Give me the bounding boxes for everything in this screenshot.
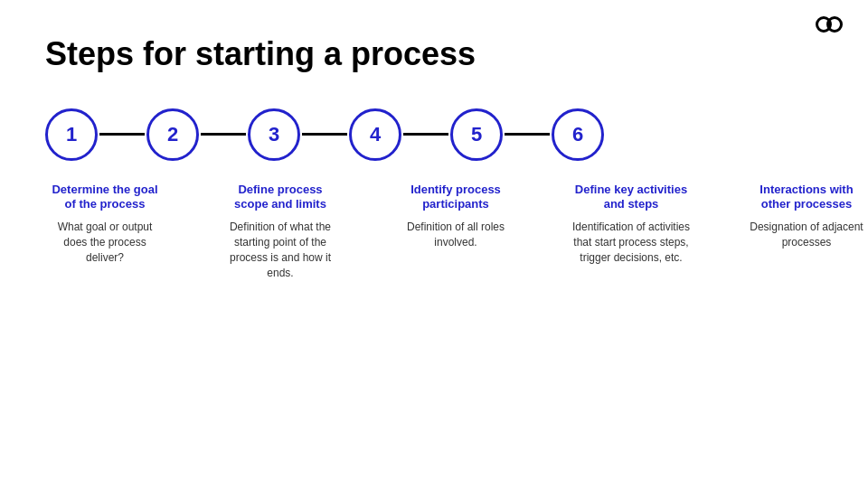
step-desc-3: Definition of all roles involved.: [396, 220, 515, 250]
step-content-4: Define key activities and stepsIdentific…: [571, 183, 698, 266]
logo-right-circle: [826, 16, 843, 33]
step-desc-2: Definition of what the starting point of…: [221, 220, 340, 280]
step-content-5: Interactions with other processesDesigna…: [747, 183, 868, 250]
step-dash-3: [302, 133, 347, 136]
page-container: Steps for starting a process 123456 Dete…: [0, 0, 868, 488]
step-circle-1: 1: [45, 108, 98, 161]
step-title-2: Define process scope and limits: [221, 183, 340, 213]
step-desc-4: Identification of activities that start …: [571, 220, 691, 265]
step-title-5: Interactions with other processes: [747, 183, 866, 213]
page-title: Steps for starting a process: [45, 36, 823, 72]
steps-circles-row: 123456: [45, 108, 823, 161]
step-circle-6: 6: [552, 108, 604, 161]
step-title-4: Define key activities and steps: [571, 183, 691, 213]
step-circle-wrap-4: 4: [349, 108, 450, 161]
step-circle-wrap-6: 6: [552, 108, 604, 161]
step-desc-5: Designation of adjacent processes: [747, 220, 866, 250]
step-circle-3: 3: [248, 108, 300, 161]
step-circle-wrap-1: 1: [45, 108, 146, 161]
step-title-1: Determine the goal of the process: [45, 183, 165, 213]
step-dash-4: [403, 133, 448, 136]
step-circle-wrap-5: 5: [450, 108, 552, 161]
step-circle-4: 4: [349, 108, 401, 161]
step-content-2: Define process scope and limitsDefinitio…: [221, 183, 347, 281]
step-title-3: Identify process participants: [396, 183, 515, 213]
step-content-1: Determine the goal of the processWhat go…: [45, 183, 172, 266]
logo: [816, 16, 843, 33]
step-content-3: Identify process participantsDefinition …: [396, 183, 523, 250]
step-dash-2: [201, 133, 246, 136]
step-circle-2: 2: [146, 108, 199, 161]
step-circle-wrap-2: 2: [146, 108, 248, 161]
step-circle-wrap-3: 3: [248, 108, 349, 161]
steps-content-row: Determine the goal of the processWhat go…: [45, 183, 823, 281]
step-dash-5: [505, 133, 550, 136]
step-desc-1: What goal or output does the process del…: [45, 220, 165, 265]
step-circle-5: 5: [450, 108, 503, 161]
step-dash-1: [99, 133, 145, 136]
